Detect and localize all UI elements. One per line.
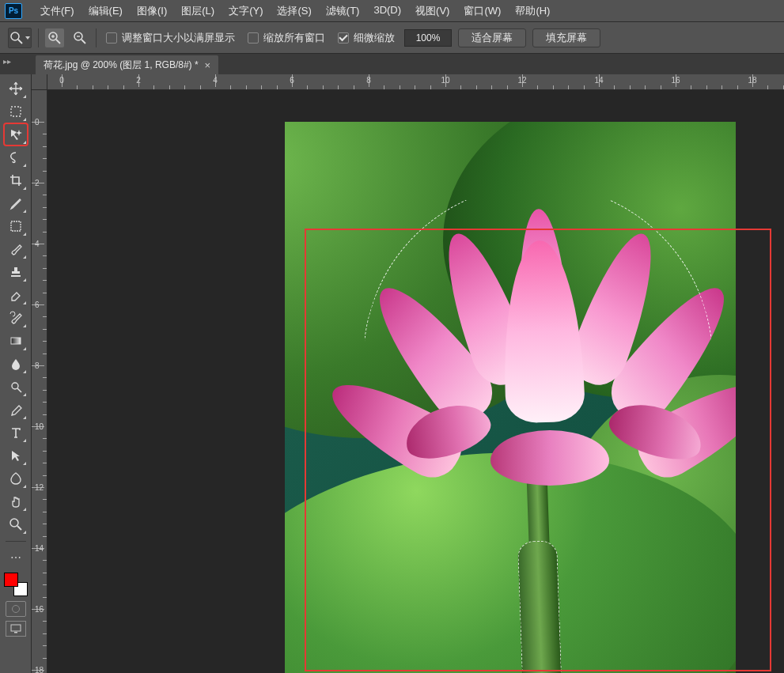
svg-line-13	[17, 388, 21, 392]
move-tool[interactable]	[4, 78, 28, 100]
menu-item[interactable]: 选择(S)	[270, 2, 318, 21]
close-tab-icon[interactable]: ×	[205, 59, 211, 71]
path-selection-tool[interactable]	[4, 444, 28, 467]
document-canvas[interactable]	[285, 122, 736, 673]
menu-item[interactable]: 3D(D)	[366, 2, 408, 21]
ruler-tick-label: 12	[517, 76, 526, 85]
dropdown-caret-icon	[25, 36, 30, 40]
zoom-out-button[interactable]	[70, 28, 89, 47]
stamp-tool[interactable]	[4, 261, 28, 283]
ruler-tick-label: 6	[290, 76, 294, 85]
scrubby-zoom-checkbox[interactable]: 细微缩放	[335, 31, 398, 45]
svg-rect-16	[11, 625, 21, 631]
marquee-tool[interactable]	[4, 100, 28, 123]
separator	[96, 28, 97, 47]
fill-screen-button[interactable]: 填充屏幕	[532, 28, 600, 47]
gradient-tool[interactable]	[4, 330, 28, 352]
quick-mask-toggle[interactable]	[6, 601, 26, 617]
edit-toolbar-button[interactable]: ⋯	[4, 546, 28, 569]
svg-point-12	[12, 383, 18, 389]
history-brush-tool[interactable]	[4, 307, 28, 329]
ruler-tick-label: 0	[35, 118, 40, 127]
menu-item[interactable]: 图像(I)	[130, 2, 174, 21]
color-swatches[interactable]	[4, 573, 28, 596]
brush-tool[interactable]	[4, 238, 28, 260]
ruler-tick-label: 10	[441, 76, 449, 85]
ruler-tick-label: 12	[35, 483, 44, 492]
dodge-tool[interactable]	[4, 376, 28, 398]
flyout-indicator-icon	[23, 393, 26, 396]
zoom-all-windows-checkbox[interactable]: 缩放所有窗口	[244, 31, 328, 45]
ruler-tick-label: 8	[366, 76, 371, 85]
zoom-percent-field[interactable]: 100%	[404, 29, 452, 47]
svg-line-7	[81, 40, 85, 43]
svg-rect-9	[11, 107, 21, 116]
expand-tabs-icon[interactable]: ▸▸	[3, 57, 11, 66]
flyout-indicator-icon	[23, 118, 26, 121]
ruler-origin[interactable]	[32, 74, 47, 90]
flyout-indicator-icon	[23, 485, 26, 488]
document-tab[interactable]: 荷花.jpg @ 200% (图层 1, RGB/8#) * ×	[36, 55, 218, 74]
canvas-shell: 024681012141618 024681012141618	[32, 74, 784, 673]
screen-mode-button[interactable]	[6, 621, 26, 637]
menu-item[interactable]: 文字(Y)	[222, 2, 270, 21]
dodge-icon	[9, 380, 23, 394]
document-tab-bar: ▸▸ 荷花.jpg @ 200% (图层 1, RGB/8#) * ×	[0, 54, 784, 74]
fit-screen-button[interactable]: 适合屏幕	[458, 28, 526, 47]
flyout-indicator-icon	[23, 324, 26, 327]
tool-preset-picker[interactable]	[8, 28, 32, 48]
hand-tool[interactable]	[4, 490, 28, 512]
menu-item[interactable]: 滤镜(T)	[319, 2, 367, 21]
shape-tool[interactable]	[4, 467, 28, 490]
document-tab-title: 荷花.jpg @ 200% (图层 1, RGB/8#) *	[44, 59, 199, 72]
zoom-in-button[interactable]	[45, 28, 64, 47]
frame-tool[interactable]	[4, 215, 28, 237]
ruler-tick-label: 6	[35, 301, 40, 309]
fill-screen-label: 填充屏幕	[546, 31, 587, 45]
pen-tool[interactable]	[4, 399, 28, 421]
foreground-color-swatch[interactable]	[4, 573, 18, 587]
checkbox-checked-icon	[338, 32, 349, 43]
ruler-tick-label: 2	[35, 179, 40, 187]
menu-item[interactable]: 窗口(W)	[456, 2, 508, 21]
mask-icon	[12, 605, 20, 613]
menu-item[interactable]: 视图(V)	[408, 2, 456, 21]
hand-icon	[9, 494, 23, 509]
horizontal-ruler[interactable]: 024681012141618	[47, 74, 784, 90]
svg-line-15	[17, 526, 21, 530]
blur-icon	[9, 357, 23, 371]
ruler-tick-label: 4	[213, 76, 218, 85]
vertical-ruler[interactable]: 024681012141618	[32, 90, 47, 673]
screen-icon	[10, 624, 21, 633]
ps-logo-icon: Ps	[5, 3, 22, 19]
type-tool[interactable]	[4, 422, 28, 444]
zoom-icon	[9, 31, 24, 45]
zoom-tool[interactable]	[4, 513, 28, 535]
menu-item[interactable]: 文件(F)	[33, 2, 81, 21]
pen-icon	[9, 403, 23, 417]
zoom-out-icon	[73, 31, 87, 45]
ruler-tick-label: 16	[35, 605, 44, 614]
toolbox: ⋯	[0, 74, 32, 673]
menu-item[interactable]: 帮助(H)	[508, 2, 557, 21]
pathselect-icon	[9, 448, 23, 463]
crop-icon	[9, 173, 23, 187]
gradient-icon	[9, 334, 23, 348]
eyedropper-tool[interactable]	[4, 192, 28, 214]
quick-selection-tool[interactable]	[4, 123, 28, 146]
menu-item[interactable]: 编辑(E)	[81, 2, 130, 21]
resize-window-checkbox[interactable]: 调整窗口大小以满屏显示	[103, 31, 238, 45]
checkbox-icon	[106, 32, 117, 43]
ruler-tick-label: 14	[594, 76, 603, 85]
eraser-tool[interactable]	[4, 284, 28, 306]
lasso-tool[interactable]	[4, 146, 28, 168]
flyout-indicator-icon	[23, 347, 26, 350]
menu-item[interactable]: 图层(L)	[174, 2, 222, 21]
blur-tool[interactable]	[4, 353, 28, 375]
ruler-tick-label: 2	[136, 76, 141, 85]
marquee-icon	[9, 104, 23, 119]
fit-screen-label: 适合屏幕	[472, 31, 513, 45]
flyout-indicator-icon	[23, 141, 26, 144]
crop-tool[interactable]	[4, 169, 28, 191]
canvas-viewport[interactable]	[47, 90, 784, 673]
